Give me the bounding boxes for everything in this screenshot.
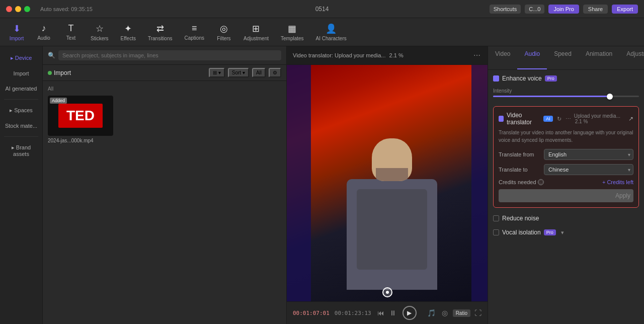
toolbar-audio[interactable]: ♪ Audio — [31, 21, 56, 43]
toolbar-import-label: Import — [10, 36, 24, 41]
vocal-isolation-header: Vocal isolation Pro ▾ — [493, 229, 639, 236]
right-content: Enhance voice Pro Intensity Video transl… — [488, 70, 644, 324]
tab-animation[interactable]: Animation — [579, 46, 619, 69]
tab-video[interactable]: Video — [488, 46, 517, 69]
enhance-voice-title: Enhance voice — [502, 75, 542, 82]
right-panel-tabs: Video Audio Speed Animation Adjustment A… — [488, 46, 644, 70]
auto-save-label: Auto saved: 09:35:15 — [40, 6, 93, 12]
search-input[interactable] — [58, 50, 281, 60]
translate-from-row: Translate from English Spanish French Ge… — [499, 149, 633, 160]
sidebar-item-brand-assets[interactable]: ▸ Brand assets — [2, 140, 40, 161]
reduce-noise-toggle[interactable] — [493, 215, 499, 221]
share-button[interactable]: Share — [583, 5, 608, 14]
playhead-dot — [382, 287, 392, 297]
toolbar-adjustment[interactable]: ⊞ Adjustment — [238, 21, 274, 43]
tab-audio[interactable]: Audio — [517, 46, 547, 69]
toolbar-templates[interactable]: ▦ Templates — [276, 21, 309, 43]
translator-toggle[interactable] — [499, 116, 504, 122]
fullscreen-button[interactable]: ⛶ — [474, 309, 481, 317]
toolbar-stickers[interactable]: ☆ Stickers — [86, 21, 114, 43]
cloud-button[interactable]: C...0 — [525, 5, 544, 14]
translator-info-button[interactable]: ↗ — [628, 115, 633, 122]
vocal-isolation-section: Vocal isolation Pro ▾ — [493, 229, 639, 236]
green-dot-icon — [48, 71, 52, 75]
voice-icon-button[interactable]: 🎵 — [426, 308, 437, 318]
toolbar-effects[interactable]: ✦ Effects — [116, 21, 141, 43]
shortcuts-button[interactable]: Shortcuts — [490, 5, 521, 14]
apply-button[interactable]: Apply — [499, 189, 633, 202]
translator-refresh-icon[interactable]: ↻ — [557, 116, 561, 122]
sidebar-item-stock-mate[interactable]: Stock mate... — [2, 119, 40, 133]
playback-controls: ⏮ ⏸ — [376, 308, 397, 318]
import-label: Import — [54, 69, 71, 76]
intensity-slider-fill — [493, 96, 610, 97]
media-thumbnail[interactable]: Added TED — [48, 96, 113, 136]
intensity-slider-track[interactable] — [493, 96, 639, 97]
preview-right: 🎵 ◎ Ratio ⛶ — [426, 308, 481, 318]
join-pro-button[interactable]: Join Pro — [548, 5, 579, 14]
toolbar-transitions[interactable]: ⇄ Transitions — [143, 21, 178, 43]
enhance-voice-pro-badge: Pro — [545, 75, 557, 82]
video-translator-section: Video translator AI ↻ ⋯ Upload your medi… — [493, 106, 639, 208]
preview-status-label: Video translator: Upload your media... 2… — [293, 52, 404, 58]
preview-menu-button[interactable]: ⋯ — [472, 50, 481, 60]
all-filter-button[interactable]: All — [252, 68, 266, 77]
toolbar-captions[interactable]: ≡ Captions — [180, 21, 209, 43]
grid-view-button[interactable]: ⊞ ▾ — [209, 68, 225, 77]
media-panel: 🔍 Import ⊞ ▾ Sort ▾ All ⚙ All Added TED — [43, 46, 287, 324]
toolbar-transitions-label: Transitions — [148, 36, 173, 41]
vocal-isolation-pro-badge: Pro — [544, 229, 556, 235]
credits-left-button[interactable]: + Credits left — [602, 179, 633, 185]
laptop-area — [357, 189, 427, 270]
sort-button[interactable]: Sort ▾ — [228, 68, 249, 77]
enhance-voice-toggle[interactable] — [493, 75, 499, 82]
close-button[interactable] — [6, 6, 12, 12]
sidebar-item-ai-generated[interactable]: AI generated — [2, 82, 40, 96]
ted-logo: TED — [58, 104, 103, 128]
zoom-button[interactable]: ◎ — [441, 308, 449, 318]
reduce-noise-header: Reduce noise — [493, 215, 639, 222]
minimize-button[interactable] — [15, 6, 21, 12]
templates-icon: ▦ — [288, 23, 296, 34]
reduce-noise-section: Reduce noise — [493, 215, 639, 222]
vocal-isolation-toggle[interactable] — [493, 229, 499, 235]
tab-speed[interactable]: Speed — [547, 46, 579, 69]
enhance-voice-header: Enhance voice Pro — [493, 75, 639, 82]
play-button[interactable]: ▶ — [403, 306, 417, 320]
search-icon: 🔍 — [48, 52, 55, 59]
translate-to-select-wrapper: Chinese Spanish French German Japanese K… — [544, 164, 633, 175]
translate-from-select[interactable]: English Spanish French German Japanese — [544, 149, 633, 160]
text-icon: T — [68, 23, 74, 34]
title-bar-right: Shortcuts C...0 Join Pro Share Export — [490, 5, 638, 14]
vocal-isolation-arrow[interactable]: ▾ — [561, 229, 564, 236]
toolbar-filters[interactable]: ◎ Filters — [211, 21, 236, 43]
toolbar-ai-characters[interactable]: 👤 AI Characters — [311, 21, 352, 43]
sidebar-item-device[interactable]: ▸ Device — [2, 51, 40, 65]
export-button[interactable]: Export — [612, 5, 638, 14]
main-toolbar: ⬇ Import ♪ Audio T Text ☆ Stickers ✦ Eff… — [0, 18, 644, 46]
ratio-button[interactable]: Ratio — [453, 309, 470, 317]
credits-info-icon[interactable]: ⓘ — [538, 179, 544, 185]
person-body — [347, 179, 437, 290]
toolbar-adjustment-label: Adjustment — [244, 36, 269, 41]
media-filename: 2024-jas...000k.mp4 — [48, 138, 113, 143]
toolbar-text[interactable]: T Text — [58, 21, 84, 43]
play-pause-button[interactable]: ⏸ — [388, 308, 397, 318]
toolbar-templates-label: Templates — [281, 36, 304, 41]
toolbar-import[interactable]: ⬇ Import — [4, 21, 29, 43]
curtain-right — [471, 65, 488, 301]
tab-adjustment[interactable]: Adjustment — [619, 46, 644, 69]
maximize-button[interactable] — [24, 6, 30, 12]
toolbar-captions-label: Captions — [185, 35, 204, 41]
settings-button[interactable]: ⚙ — [269, 68, 281, 77]
window-title: 0514 — [315, 6, 329, 13]
translate-to-label: Translate to — [499, 167, 544, 173]
sidebar-item-spaces[interactable]: ▸ Spaces — [2, 103, 40, 118]
translate-to-row: Translate to Chinese Spanish French Germ… — [499, 164, 633, 175]
translator-more-icon[interactable]: ⋯ — [566, 116, 571, 122]
intensity-slider-thumb[interactable] — [607, 94, 613, 100]
sidebar-item-import[interactable]: Import — [2, 66, 40, 80]
translate-to-select[interactable]: Chinese Spanish French German Japanese K… — [544, 164, 633, 175]
rewind-frame-button[interactable]: ⏮ — [376, 308, 385, 318]
vocal-isolation-title: Vocal isolation — [502, 229, 541, 236]
